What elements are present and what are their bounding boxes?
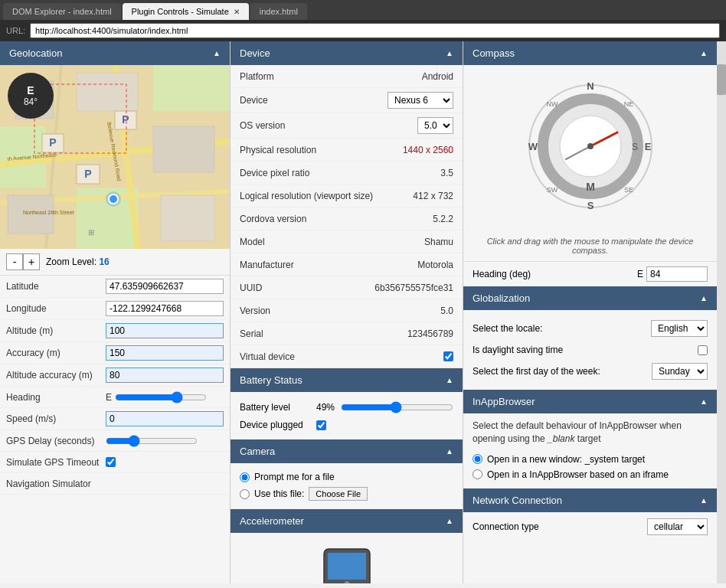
svg-text:NE: NE [623,100,633,108]
first-day-select[interactable]: Sunday Monday [652,363,708,380]
compass-circle[interactable]: N E S W NE SE SW NW M S [522,77,659,215]
geolocation-title: Geolocation [9,47,62,59]
device-plugged-checkbox[interactable] [316,420,326,430]
virtual-device-checkbox[interactable] [443,351,453,361]
svg-text:NW: NW [546,100,558,108]
accuracy-row: Accuracy (m) [0,342,230,364]
iab-title: InAppBrowser [473,396,535,407]
manufacturer-row: Manufacturer Motorola [231,253,463,276]
heading-field-row: Heading (deg) E [463,261,717,286]
daylight-checkbox[interactable] [698,345,708,355]
battery-plugged-row: Device plugged [240,416,453,433]
globalization-header[interactable]: Globalization ▲ [463,286,717,310]
tab-dom-label: DOM Explorer - index.html [12,7,112,16]
simulate-timeout-checkbox[interactable] [106,457,116,467]
compass-header[interactable]: Compass ▲ [463,41,717,65]
battery-slider[interactable] [341,401,453,413]
network-header[interactable]: Network Connection ▲ [463,488,717,512]
iab-chevron: ▲ [700,397,708,406]
alt-accuracy-input[interactable] [106,368,224,383]
network-title: Network Connection [473,495,562,506]
cordova-label: Cordova version [240,214,433,224]
network-chevron: ▲ [700,496,708,505]
longitude-input[interactable] [106,301,224,316]
camera-file-row: Use this file: Choose File [240,485,453,503]
speed-row: Speed (m/s) [0,408,230,430]
zoom-in-button[interactable]: + [23,253,40,270]
url-input[interactable] [30,23,720,38]
globalization-chevron: ▲ [700,294,708,302]
iab-option2-row: Open in a InAppBrowser based on an ifram… [473,467,708,482]
model-value: Shamu [424,237,453,247]
iab-option2-radio[interactable] [473,469,482,479]
geolocation-chevron: ▲ [213,49,221,57]
camera-header[interactable]: Camera ▲ [231,439,463,463]
gps-delay-row: GPS Delay (seconds) [0,430,230,452]
tab-index[interactable]: index.html [250,3,307,20]
compass-hint: Click and drag with the mouse to manipul… [463,234,717,261]
nav-simulator-row: Navigation Simulator [0,473,230,495]
svg-text:P: P [84,168,91,180]
uuid-label: UUID [240,283,374,293]
longitude-row: Longitude [0,298,230,320]
accuracy-input[interactable] [106,345,224,361]
locale-select[interactable]: English French German [651,320,708,337]
tab-index-label: index.html [260,7,298,16]
scrollbar-thumb[interactable] [717,64,726,95]
phys-res-value: 1440 x 2560 [403,145,453,155]
svg-text:⊞: ⊞ [88,228,94,237]
compass-area: N E S W NE SE SW NW M S [463,65,717,234]
daylight-label: Is daylight saving time [473,345,692,355]
camera-file-radio[interactable] [240,489,250,499]
platform-row: Platform Android [231,65,463,88]
first-day-label: Select the first day of the week: [473,366,646,377]
choose-file-button[interactable]: Choose File [309,487,368,501]
compass-chevron: ▲ [700,49,708,57]
svg-rect-10 [153,126,214,172]
accelerometer-title: Accelerometer [240,515,304,527]
geo-map[interactable]: P P P th Avenue Northeast- Northeast 28t… [0,65,230,249]
compass-heading-input[interactable] [646,266,708,282]
pixel-ratio-value: 3.5 [440,168,453,178]
tab-dom-explorer[interactable]: DOM Explorer - index.html [3,3,121,20]
svg-point-44 [587,143,594,149]
altitude-input[interactable] [106,323,224,338]
camera-prompt-radio[interactable] [240,472,250,482]
latitude-input[interactable] [106,279,224,294]
speed-input[interactable] [106,411,224,426]
first-day-row: Select the first day of the week: Sunday… [473,359,708,384]
camera-chevron: ▲ [446,447,453,456]
phys-res-row: Physical resolution 1440 x 2560 [231,139,463,162]
zoom-controls: - + Zoom Level: 16 [0,249,230,276]
tab-close-icon[interactable]: ✕ [234,8,240,16]
device-header[interactable]: Device ▲ [231,41,463,65]
iab-option1-radio[interactable] [473,454,482,464]
uuid-row: UUID 6b356755575fce31 [231,276,463,299]
platform-label: Platform [240,71,422,82]
battery-header[interactable]: Battery Status ▲ [231,368,463,392]
logical-res-label: Logical resolution (viewport size) [240,191,413,201]
zoom-label: Zoom Level: 16 [46,256,110,267]
connection-type-select[interactable]: cellular wifi none unknown [647,518,708,535]
gps-delay-slider[interactable] [106,435,198,447]
os-select[interactable]: 5.0 4.4 6.0 [417,117,453,134]
zoom-out-button[interactable]: - [6,253,23,270]
device-select[interactable]: Nexus 6 Nexus 5 Galaxy S6 [388,92,453,109]
platform-value: Android [422,71,453,82]
geolocation-header[interactable]: Geolocation ▲ [0,41,230,65]
simulate-timeout-label: Simulate GPS Timeout [6,457,106,468]
latitude-row: Latitude [0,276,230,298]
compass-heading-label: Heading (deg) [473,269,637,279]
globalization-section: Select the locale: English French German… [463,310,717,390]
svg-rect-27 [328,553,366,580]
svg-text:N: N [587,80,594,92]
tab-bar: DOM Explorer - index.html Plugin Control… [0,0,726,20]
heading-slider[interactable] [115,391,207,403]
uuid-value: 6b356755575fce31 [374,283,453,293]
tab-plugin-controls[interactable]: Plugin Controls - Simulate ✕ [123,3,249,20]
iab-header[interactable]: InAppBrowser ▲ [463,390,717,413]
svg-text:S: S [587,200,594,211]
locale-row: Select the locale: English French German [473,316,708,341]
scrollbar-track[interactable] [717,41,726,583]
accelerometer-header[interactable]: Accelerometer ▲ [231,509,463,533]
